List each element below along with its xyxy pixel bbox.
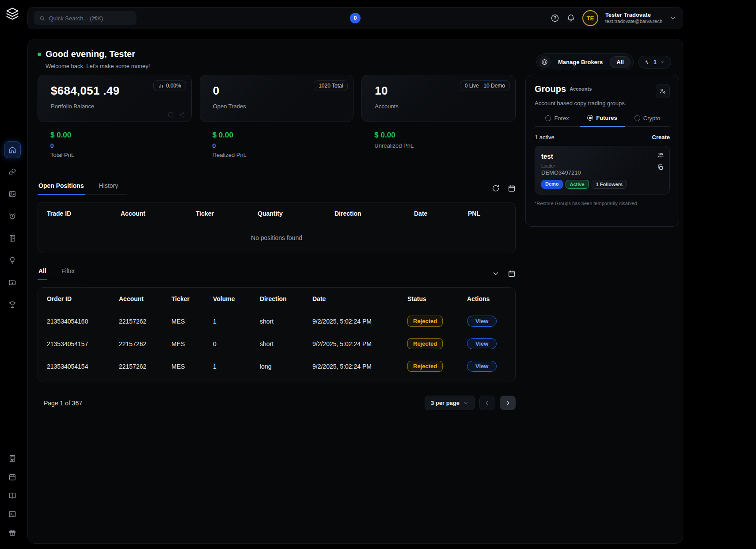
search-box[interactable] (34, 11, 137, 25)
sidebar-nav (4, 141, 21, 313)
signal-selector[interactable]: 1 (638, 56, 671, 69)
users-icon[interactable] (657, 152, 664, 159)
card-portfolio-balance: $684,051 .49 Portfolio Balance 0.00% (38, 75, 192, 122)
cell-ticker: MES (171, 318, 213, 325)
groups-footnote: *Restore Groups has been temporarily dis… (535, 201, 670, 206)
groups-description: Account based copy trading groups. (535, 100, 670, 107)
chevron-down-icon (660, 59, 665, 65)
filter-crypto[interactable]: Crypto (625, 114, 670, 127)
user-meta: Tester Tradovate test.tradovate@barva.te… (605, 11, 662, 25)
sidebar-item-ideas[interactable] (4, 252, 21, 269)
cell-direction: short (260, 318, 312, 325)
share-icon[interactable] (179, 111, 185, 118)
header-controls: Manage Brokers All 1 (536, 53, 671, 70)
calendar-icon[interactable] (508, 270, 516, 278)
status-badge: Rejected (407, 338, 443, 349)
refresh-icon[interactable] (492, 184, 500, 192)
sidebar-item-leaderboard[interactable] (4, 296, 21, 313)
app-logo-icon (6, 7, 19, 20)
table-row[interactable]: 213534054160 22157262 MES 1 short 9/2/20… (38, 310, 515, 332)
col-account: Account (121, 210, 196, 217)
cell-order-id: 213534054160 (47, 318, 119, 325)
chevron-left-icon (484, 400, 491, 407)
globe-button[interactable] (539, 56, 551, 68)
accounts-label: Accounts (375, 103, 505, 110)
sidebar-item-files[interactable] (4, 274, 21, 291)
tab-all[interactable]: All (38, 267, 47, 280)
sidebar-item-contacts[interactable] (4, 186, 21, 202)
tab-history[interactable]: History (98, 182, 119, 194)
create-group-button[interactable]: Create (652, 134, 670, 141)
realized-pnl-block: $ 0.00 0 Realized PnL (200, 131, 354, 165)
main-panel: Good evening, Tester Welcome back. Let's… (27, 39, 683, 544)
scope-all-button[interactable]: All (610, 56, 631, 68)
sidebar-item-alerts[interactable] (4, 208, 21, 225)
page-title: Good evening, Tester (46, 49, 135, 59)
sidebar-item-journal[interactable] (4, 230, 21, 247)
sidebar-item-calendar[interactable] (5, 469, 20, 484)
orders-table-header: Order ID Account Ticker Volume Direction… (38, 288, 515, 310)
orders-table: Order ID Account Ticker Volume Direction… (38, 287, 516, 382)
card-open-trades: 0 Open Trades 1020 Total (200, 75, 354, 122)
group-card[interactable]: test Leader DEMO3497210 Demo Active 1 Fo… (535, 146, 670, 194)
refresh-icon[interactable] (167, 111, 174, 118)
radio-selected-icon (587, 115, 593, 121)
help-icon[interactable] (551, 14, 559, 23)
col-status: Status (407, 295, 467, 302)
followers-badge: 1 Followers (592, 180, 627, 189)
cell-date: 9/2/2025, 5:02:24 PM (312, 340, 407, 347)
status-badge: Rejected (407, 316, 443, 327)
table-row[interactable]: 213534054154 22157262 MES 1 long 9/2/202… (38, 355, 515, 377)
manage-brokers-button[interactable]: Manage Brokers (555, 59, 605, 65)
unrealized-pnl-block: $ 0.00 Unrealized PnL (361, 131, 516, 165)
sidebar-item-home[interactable] (4, 141, 21, 158)
table-row[interactable]: 213534054157 22157262 MES 0 short 9/2/20… (38, 332, 515, 355)
active-badge: Active (566, 180, 589, 189)
groups-panel: Groups Accounts Account based copy tradi… (525, 75, 679, 227)
col-date: Date (414, 210, 468, 217)
group-name: test (541, 152, 663, 160)
copy-icon[interactable] (657, 164, 664, 171)
view-button[interactable]: View (467, 338, 497, 349)
next-page-button[interactable] (500, 396, 516, 410)
col-account: Account (119, 295, 171, 302)
cell-order-id: 213534054154 (47, 363, 119, 370)
filter-forex[interactable]: Forex (535, 114, 580, 127)
sidebar-item-rewards[interactable] (5, 525, 20, 540)
broker-controls: Manage Brokers All (536, 53, 634, 70)
groups-filter-row: Forex Futures Crypto (535, 114, 670, 127)
total-pnl-count: 0 (50, 142, 192, 149)
chevron-down-icon[interactable] (492, 270, 500, 278)
col-trade-id: Trade ID (47, 210, 121, 217)
col-ticker: Ticker (196, 210, 258, 217)
avatar[interactable]: TE (582, 10, 598, 26)
tab-open-positions[interactable]: Open Positions (38, 182, 85, 195)
cell-order-id: 213534054157 (47, 340, 119, 347)
sidebar-item-company[interactable] (5, 451, 20, 466)
search-input[interactable] (49, 15, 131, 22)
pnl-summary: $ 0.00 0 Total PnL $ 0.00 0 Realized PnL… (38, 131, 516, 165)
signal-count: 1 (653, 59, 657, 65)
unrealized-pnl-label: Unrealized PnL (374, 142, 516, 149)
chevron-down-icon[interactable] (669, 15, 676, 22)
bell-icon[interactable] (566, 14, 575, 23)
group-settings-button[interactable] (656, 84, 670, 98)
notification-count-badge[interactable]: 0 (350, 13, 361, 23)
portfolio-balance-label: Portfolio Balance (51, 103, 181, 110)
sidebar-item-terminal[interactable] (5, 507, 20, 522)
sidebar-item-docs[interactable] (5, 488, 20, 503)
view-button[interactable]: View (467, 316, 497, 327)
sidebar-item-links[interactable] (4, 164, 21, 180)
view-button[interactable]: View (467, 361, 497, 372)
open-trades-badge: 1020 Total (314, 80, 348, 91)
cell-account: 22157262 (119, 318, 171, 325)
pagination: Page 1 of 367 3 per page (38, 396, 516, 410)
calendar-icon[interactable] (508, 184, 516, 192)
tab-filter[interactable]: Filter (61, 267, 76, 280)
cell-direction: long (260, 363, 312, 370)
per-page-select[interactable]: 3 per page (425, 396, 475, 410)
filter-futures[interactable]: Futures (580, 114, 625, 127)
cell-volume: 0 (213, 340, 260, 347)
prev-page-button[interactable] (479, 396, 495, 410)
sidebar (0, 0, 25, 549)
